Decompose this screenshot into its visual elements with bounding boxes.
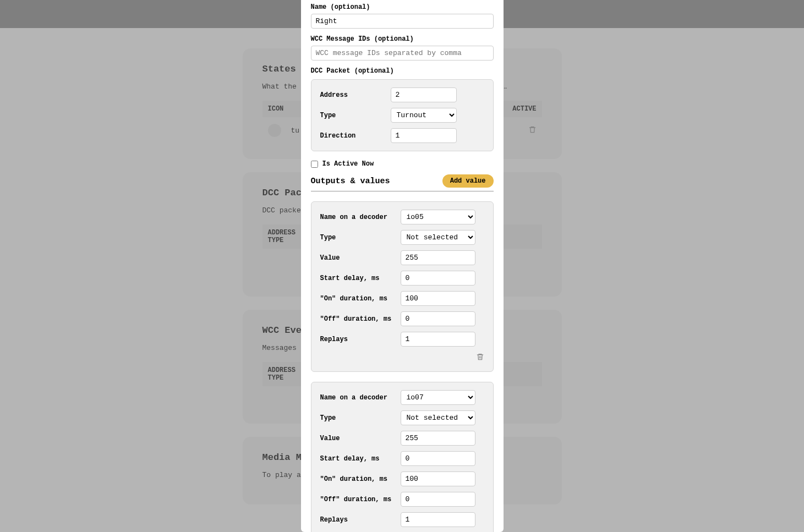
out-replays-label: Replays xyxy=(320,516,401,524)
out-start-input[interactable] xyxy=(401,271,475,286)
out-on-input[interactable] xyxy=(401,291,475,306)
out-type-select[interactable]: Not selected xyxy=(401,410,475,425)
out-off-input[interactable] xyxy=(401,492,475,507)
outputs-header: Outputs & values Add value xyxy=(311,174,494,191)
trash-icon[interactable] xyxy=(476,352,484,364)
name-label: Name (optional) xyxy=(311,3,494,11)
type-select[interactable]: Turnout xyxy=(391,108,457,123)
edit-state-modal: Name (optional) WCC Message IDs (optiona… xyxy=(301,0,504,532)
out-start-input[interactable] xyxy=(401,451,475,466)
direction-input[interactable] xyxy=(391,128,457,143)
out-type-select[interactable]: Not selected xyxy=(401,230,475,245)
out-on-input[interactable] xyxy=(401,471,475,486)
dcc-packet-label: DCC Packet (optional) xyxy=(311,67,494,75)
name-input[interactable] xyxy=(311,14,494,29)
out-name-label: Name on a decoder xyxy=(320,394,401,402)
add-value-button[interactable]: Add value xyxy=(442,174,494,188)
out-start-label: Start delay, ms xyxy=(320,455,401,463)
out-name-label: Name on a decoder xyxy=(320,213,401,221)
out-replays-input[interactable] xyxy=(401,332,475,347)
out-type-label: Type xyxy=(320,234,401,242)
out-on-label: "On" duration, ms xyxy=(320,475,401,483)
address-input[interactable] xyxy=(391,87,457,102)
out-name-select[interactable]: io07 xyxy=(401,390,475,405)
outputs-title: Outputs & values xyxy=(311,177,390,186)
out-replays-label: Replays xyxy=(320,336,401,343)
is-active-checkbox[interactable] xyxy=(311,161,318,168)
wcc-ids-label: WCC Message IDs (optional) xyxy=(311,35,494,43)
out-value-label: Value xyxy=(320,254,401,262)
output-item-0: Name on a decoderio05 TypeNot selected V… xyxy=(311,201,494,372)
out-value-input[interactable] xyxy=(401,431,475,446)
direction-label: Direction xyxy=(320,132,391,140)
is-active-label: Is Active Now xyxy=(322,160,374,168)
out-off-label: "Off" duration, ms xyxy=(320,496,401,503)
out-value-input[interactable] xyxy=(401,250,475,265)
dcc-packet-box: Address Type Turnout Direction xyxy=(311,79,494,151)
out-on-label: "On" duration, ms xyxy=(320,295,401,303)
out-start-label: Start delay, ms xyxy=(320,275,401,282)
type-label: Type xyxy=(320,112,391,119)
out-replays-input[interactable] xyxy=(401,512,475,527)
address-label: Address xyxy=(320,91,391,99)
out-value-label: Value xyxy=(320,435,401,442)
out-name-select[interactable]: io05 xyxy=(401,210,475,224)
wcc-ids-input[interactable] xyxy=(311,46,494,61)
output-item-1: Name on a decoderio07 TypeNot selected V… xyxy=(311,382,494,532)
out-off-input[interactable] xyxy=(401,311,475,326)
out-off-label: "Off" duration, ms xyxy=(320,315,401,323)
out-type-label: Type xyxy=(320,414,401,422)
